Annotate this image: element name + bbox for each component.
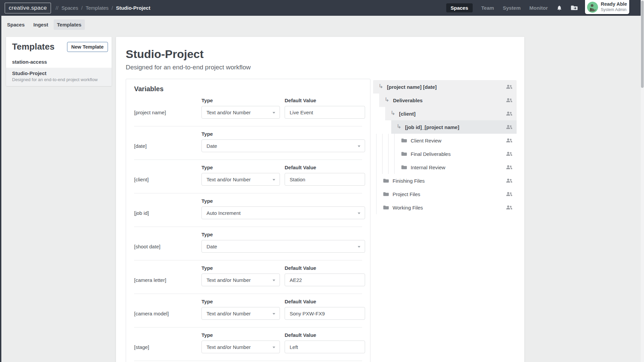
default-value-input[interactable] — [285, 341, 365, 353]
avatar[interactable] — [587, 2, 598, 13]
variable-row-date: [date]TypeDate — [134, 126, 362, 160]
group-permissions-icon[interactable] — [506, 152, 513, 156]
variable-name-cell: [stage] — [134, 341, 197, 353]
tree-row-internal-review[interactable]: Internal Review — [373, 161, 517, 174]
sidebar-title: Templates — [12, 42, 55, 52]
type-dropdown[interactable]: Text and/or Number — [201, 307, 280, 320]
template-item-name: station-access — [12, 59, 106, 65]
default-value-input[interactable] — [285, 106, 365, 119]
folder-icon — [383, 178, 389, 183]
breadcrumb: // Spaces / Templates / Studio-Project — [56, 5, 151, 11]
group-permissions-icon[interactable] — [506, 138, 513, 143]
group-permissions-icon[interactable] — [506, 192, 513, 196]
tree-row-job-id-project-name[interactable]: ↳[job id]_[project name] — [373, 120, 517, 134]
folder-icon — [383, 205, 389, 210]
notifications-icon[interactable] — [557, 5, 562, 11]
type-field: TypeDate — [201, 231, 365, 253]
variable-row-client: [client]TypeText and/or NumberDefault Va… — [134, 160, 362, 193]
group-permissions-icon[interactable] — [506, 205, 513, 210]
default-value-input[interactable] — [285, 173, 365, 186]
page-scrollbar-thumb[interactable] — [641, 1, 644, 88]
header-nav-spaces[interactable]: Spaces — [446, 3, 473, 12]
tree-row-content: Final Deliverables — [373, 147, 517, 161]
tree-row-finishing-files[interactable]: Finishing Files — [373, 174, 517, 187]
default-value-label: Default Value — [285, 264, 365, 272]
type-dropdown[interactable]: Text and/or Number — [201, 173, 280, 186]
tree-row-project-name-date[interactable]: ↳[project name] [date] — [373, 80, 517, 94]
template-list: station-accessStudio-ProjectDesigned for… — [6, 56, 112, 85]
tree-row-client[interactable]: ↳[client] — [373, 107, 517, 120]
type-label: Type — [201, 197, 365, 204]
tree-row-client-review[interactable]: Client Review — [373, 134, 517, 147]
tree-row-deliverables[interactable]: ↳Deliverables — [373, 94, 517, 107]
tab-ingest[interactable]: Ingest — [30, 19, 52, 30]
type-dropdown[interactable]: Date — [201, 139, 365, 152]
tree-row-label: Final Deliverables — [411, 151, 451, 157]
group-permissions-icon[interactable] — [506, 178, 513, 183]
variable-name: [project name] — [134, 110, 166, 115]
app-logo[interactable]: creative.space — [5, 3, 51, 13]
group-permissions-icon[interactable] — [506, 125, 513, 129]
tree-row-project-files[interactable]: Project Files — [373, 187, 517, 201]
type-field: TypeDate — [201, 130, 365, 152]
type-dropdown[interactable]: Date — [201, 240, 365, 253]
breadcrumb-separator: / — [112, 5, 113, 11]
type-dropdown-value: Auto Increment — [207, 210, 241, 216]
type-dropdown-value: Text and/or Number — [207, 110, 251, 115]
default-value-label: Default Value — [285, 164, 365, 171]
header-nav-monitor[interactable]: Monitor — [529, 5, 548, 11]
type-field: TypeText and/or Number — [201, 298, 280, 320]
variable-name-cell: [date] — [134, 139, 197, 152]
tree-row-content: Internal Review — [373, 161, 517, 174]
default-value-field: Default Value — [285, 264, 365, 286]
default-value-input[interactable] — [285, 274, 365, 286]
tree-row-content: ↳[project name] [date] — [373, 80, 517, 94]
template-list-item-studio-project[interactable]: Studio-ProjectDesigned for an end-to-end… — [6, 68, 112, 85]
breadcrumb-current: Studio-Project — [116, 5, 151, 11]
folder-move-icon[interactable] — [571, 5, 578, 11]
type-label: Type — [201, 264, 280, 272]
template-list-item-station-access[interactable]: station-access — [6, 56, 112, 68]
breadcrumb-templates[interactable]: Templates — [85, 5, 108, 11]
type-field: TypeText and/or Number — [201, 164, 280, 186]
type-dropdown[interactable]: Auto Increment — [201, 206, 365, 219]
variables-rows: [project name]TypeText and/or NumberDefa… — [134, 93, 362, 362]
new-template-button[interactable]: New Template — [67, 42, 108, 52]
chevron-down-icon — [358, 145, 360, 147]
group-permissions-icon[interactable] — [506, 111, 513, 116]
chevron-down-icon — [273, 313, 275, 315]
variable-row-shoot-date: [shoot date]TypeDate — [134, 227, 362, 260]
default-value-label: Default Value — [285, 298, 365, 305]
type-dropdown[interactable]: Text and/or Number — [201, 274, 280, 286]
default-value-input[interactable] — [285, 307, 365, 320]
type-dropdown[interactable]: Text and/or Number — [201, 106, 280, 119]
user-meta: Ready Able System Admin — [601, 2, 627, 12]
tree-row-working-files[interactable]: Working Files — [373, 201, 517, 214]
variable-name: [date] — [134, 143, 147, 149]
tab-spaces[interactable]: Spaces — [4, 19, 28, 30]
header-nav-system[interactable]: System — [503, 5, 521, 11]
type-field: TypeText and/or Number — [201, 264, 280, 286]
group-permissions-icon[interactable] — [506, 84, 513, 89]
tree-row-content: ↳[client] — [373, 107, 517, 120]
user-menu[interactable]: Ready Able System Admin — [585, 0, 629, 14]
type-dropdown-value: Text and/or Number — [207, 277, 251, 283]
sidebar-header: Templates New Template — [6, 37, 112, 56]
tree-row-content: Working Files — [373, 201, 517, 214]
tree-row-label: Internal Review — [411, 165, 445, 170]
variables-title: Variables — [134, 85, 362, 93]
group-permissions-icon[interactable] — [506, 165, 513, 170]
chevron-down-icon — [273, 347, 275, 348]
header-nav-team[interactable]: Team — [481, 5, 494, 11]
corner-arrow-icon: ↳ — [385, 97, 389, 103]
variable-row-camera-letter: [camera letter]TypeText and/or NumberDef… — [134, 260, 362, 294]
group-permissions-icon[interactable] — [506, 98, 513, 103]
type-field: TypeText and/or Number — [201, 97, 280, 119]
tree-row-final-deliverables[interactable]: Final Deliverables — [373, 147, 517, 161]
user-role: System Admin — [601, 8, 627, 12]
type-dropdown[interactable]: Text and/or Number — [201, 341, 280, 353]
tab-templates[interactable]: Templates — [54, 19, 85, 30]
chevron-down-icon — [358, 213, 360, 214]
variable-name-cell: [camera model] — [134, 307, 197, 320]
breadcrumb-spaces[interactable]: Spaces — [61, 5, 78, 11]
